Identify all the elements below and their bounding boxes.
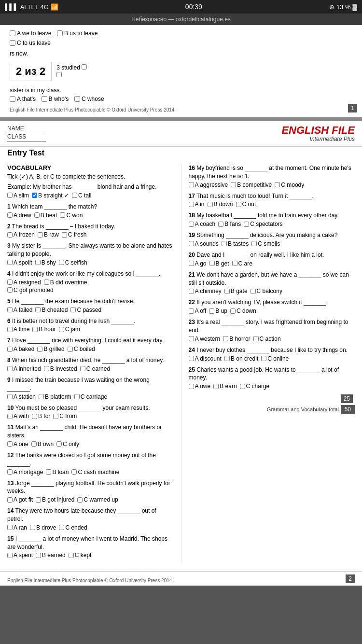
q15-opt-c[interactable]: C kept [69, 552, 92, 559]
q10-opt-b[interactable]: B for [32, 413, 50, 420]
browser-bar[interactable]: Небезопасно — oxfordeltcatalogue.es [0, 14, 362, 25]
example-check-b[interactable] [32, 193, 37, 198]
q25-opt-b[interactable]: B earn [213, 383, 237, 390]
example-opt-b[interactable]: B straight ✓ [32, 192, 69, 199]
q17-opt-c[interactable]: C out [236, 201, 256, 208]
q22-opt-a[interactable]: A off [189, 308, 207, 314]
q21-opt-c[interactable]: C balcony [251, 288, 282, 294]
option-c-tousleave[interactable]: C to us leave [10, 40, 51, 46]
checkbox-b-ustoleave[interactable] [57, 30, 63, 36]
example-opt-c[interactable]: C tall [72, 192, 91, 199]
q8-opt-b[interactable]: B invested [44, 365, 77, 372]
q23-opt-c[interactable]: C action [253, 336, 281, 342]
q13-opt-c[interactable]: C warmed up [77, 496, 118, 503]
q25-opt-a[interactable]: A owe [189, 383, 211, 390]
q15-opt-a[interactable]: A spent [7, 552, 33, 559]
q6-opt-c[interactable]: C jam [59, 326, 80, 333]
q2-opt-a[interactable]: A frozen [7, 231, 35, 238]
q4-opt-b[interactable]: B did overtime [44, 279, 87, 286]
q1-opt-b[interactable]: B beat [34, 212, 57, 219]
q6-opt-a[interactable]: A time [7, 326, 29, 333]
example-check-a[interactable] [7, 193, 13, 198]
q17-opt-a[interactable]: A in [189, 201, 205, 208]
name-class-section: NAME CLASS [7, 125, 46, 142]
q4-opt-c[interactable]: C got promoted [7, 287, 54, 294]
q9-opt-c[interactable]: C carriage [74, 393, 107, 400]
option-a-wetoleave[interactable]: A we to leave [10, 30, 51, 37]
q4-opt-a[interactable]: A resigned [7, 279, 41, 286]
status-right: ⊕ 13 % ▓ [329, 3, 357, 11]
q3-opt-b[interactable]: B shy [35, 259, 56, 266]
option-b-ustoleave[interactable]: B us to leave [57, 30, 97, 37]
q5-opt-c[interactable]: C passed [70, 307, 101, 313]
q8-opt-a[interactable]: A inherited [7, 365, 41, 372]
q19-opt-c[interactable]: C smells [251, 240, 280, 247]
option-c-whose[interactable]: C whose [74, 96, 104, 102]
q10-opt-a[interactable]: A with [7, 413, 29, 420]
q1-opt-a[interactable]: A drew [7, 212, 31, 219]
q24-opt-a[interactable]: A discount [189, 355, 222, 362]
checkbox-extra[interactable] [56, 72, 62, 77]
q2-opt-b[interactable]: B raw [38, 231, 59, 238]
q20-opt-c[interactable]: C are [232, 260, 252, 267]
q12-opt-c[interactable]: C cash machine [71, 469, 119, 476]
example-check-c[interactable] [72, 193, 77, 198]
checkbox-studied[interactable] [82, 64, 87, 70]
q9-opt-b[interactable]: B platform [39, 393, 71, 400]
checkbox-c-whose[interactable] [74, 96, 80, 102]
q11-opt-b[interactable]: B own [31, 441, 54, 448]
q21-opt-b[interactable]: B gate [224, 288, 248, 294]
q16-opt-b[interactable]: B competitive [231, 182, 272, 188]
checkbox-a-wetoleave[interactable] [10, 30, 15, 36]
q20-opt-b[interactable]: B get [209, 260, 229, 267]
q7-opt-a[interactable]: A baked [7, 346, 34, 352]
score-total: 50 [341, 405, 355, 414]
q18-opt-a[interactable]: A coach [189, 221, 216, 227]
example-opt-a[interactable]: A slim [7, 192, 29, 199]
q18-opt-c[interactable]: C spectators [244, 221, 282, 227]
q7-opt-b[interactable]: B grilled [37, 346, 64, 352]
q12-opt-b[interactable]: B loan [46, 469, 69, 476]
q5-opt-b[interactable]: B cheated [35, 307, 68, 313]
q14-opt-a[interactable]: A ran [7, 524, 27, 531]
q16-opt-a[interactable]: A aggressive [189, 182, 228, 188]
q21-opt-a[interactable]: A chimney [189, 288, 222, 294]
checkbox-b-whos[interactable] [42, 96, 47, 102]
q12-opt-a[interactable]: A mortgage [7, 469, 43, 476]
q7-opt-c[interactable]: C boiled [68, 346, 95, 352]
option-b-whos[interactable]: B who's [42, 96, 69, 102]
q5-opt-a[interactable]: A failed [7, 307, 32, 313]
q20-opt-a[interactable]: A go [189, 260, 207, 267]
q24-opt-b[interactable]: B on credit [224, 355, 258, 362]
q22-opt-b[interactable]: B up [209, 308, 227, 314]
q17-opt-b[interactable]: B down [208, 201, 233, 208]
q22-opt-c[interactable]: C down [230, 308, 256, 314]
q14-opt-c[interactable]: C ended [59, 524, 87, 531]
q8-opt-c[interactable]: C earned [80, 365, 110, 372]
checkbox-a-thats[interactable] [10, 96, 15, 102]
q23-opt-b[interactable]: B horror [223, 336, 250, 342]
q3-opt-a[interactable]: A spoilt [7, 259, 32, 266]
q2-opt-c[interactable]: C fresh [62, 231, 87, 238]
q23-opt-a[interactable]: A western [189, 336, 221, 342]
q19-opt-a[interactable]: A sounds [189, 240, 219, 247]
question-24: 24 I never buy clothes _______ because I… [189, 346, 355, 362]
q13-opt-b[interactable]: B got injured [36, 496, 74, 503]
q13-opt-a[interactable]: A got fit [7, 496, 33, 503]
option-a-thats[interactable]: A that's [10, 96, 36, 102]
q14-opt-b[interactable]: B drove [30, 524, 56, 531]
q24-opt-c[interactable]: C online [261, 355, 289, 362]
q19-opt-b[interactable]: B tastes [222, 240, 249, 247]
q11-opt-c[interactable]: C only [56, 441, 79, 448]
q16-opt-c[interactable]: C moody [275, 182, 304, 188]
q9-opt-a[interactable]: A station [7, 393, 36, 400]
q10-opt-c[interactable]: C from [53, 413, 77, 420]
q3-opt-c[interactable]: C selfish [59, 259, 87, 266]
q25-opt-c[interactable]: C charge [240, 383, 270, 390]
q6-opt-b[interactable]: B hour [32, 326, 56, 333]
checkbox-c-tousleave[interactable] [10, 40, 15, 46]
q18-opt-b[interactable]: B fans [218, 221, 241, 227]
q1-opt-c[interactable]: C won [60, 212, 83, 219]
q11-opt-a[interactable]: A one [7, 441, 28, 448]
q15-opt-b[interactable]: B earned [36, 552, 66, 559]
